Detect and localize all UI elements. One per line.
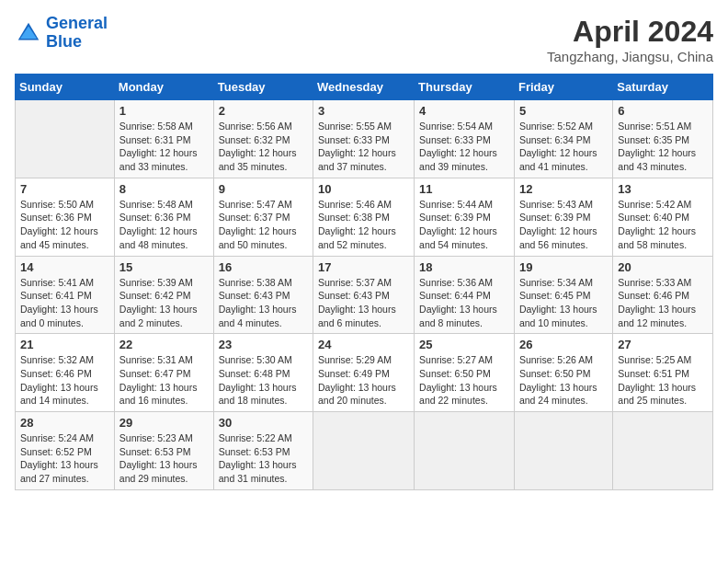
calendar-cell: 21Sunrise: 5:32 AM Sunset: 6:46 PM Dayli… (16, 334, 115, 412)
date-number: 11 (419, 182, 509, 196)
cell-info: Sunrise: 5:55 AM Sunset: 6:33 PM Dayligh… (318, 120, 409, 174)
date-number: 27 (618, 338, 708, 351)
cell-info: Sunrise: 5:48 AM Sunset: 6:36 PM Dayligh… (119, 198, 209, 252)
cell-info: Sunrise: 5:41 AM Sunset: 6:41 PM Dayligh… (20, 276, 109, 330)
date-number: 14 (20, 260, 109, 274)
cell-info: Sunrise: 5:56 AM Sunset: 6:32 PM Dayligh… (219, 120, 308, 174)
cell-info: Sunrise: 5:46 AM Sunset: 6:38 PM Dayligh… (318, 198, 409, 252)
calendar-cell (313, 412, 415, 490)
weekday-header-wednesday: Wednesday (313, 75, 415, 100)
date-number: 9 (219, 182, 308, 196)
cell-info: Sunrise: 5:44 AM Sunset: 6:39 PM Dayligh… (419, 198, 509, 252)
calendar-cell: 14Sunrise: 5:41 AM Sunset: 6:41 PM Dayli… (16, 256, 115, 334)
cell-info: Sunrise: 5:34 AM Sunset: 6:45 PM Dayligh… (519, 276, 608, 330)
cell-info: Sunrise: 5:30 AM Sunset: 6:48 PM Dayligh… (219, 353, 308, 408)
calendar-cell: 4Sunrise: 5:54 AM Sunset: 6:33 PM Daylig… (415, 100, 515, 178)
page-header: General Blue April 2024 Tangzhang, Jiang… (15, 15, 713, 64)
calendar-cell: 17Sunrise: 5:37 AM Sunset: 6:43 PM Dayli… (313, 256, 415, 334)
date-number: 18 (419, 260, 509, 274)
date-number: 20 (618, 260, 708, 274)
calendar-cell: 22Sunrise: 5:31 AM Sunset: 6:47 PM Dayli… (114, 334, 213, 412)
calendar-cell: 2Sunrise: 5:56 AM Sunset: 6:32 PM Daylig… (213, 100, 313, 178)
cell-info: Sunrise: 5:39 AM Sunset: 6:42 PM Dayligh… (119, 276, 209, 330)
calendar-cell: 1Sunrise: 5:58 AM Sunset: 6:31 PM Daylig… (114, 100, 213, 178)
date-number: 10 (318, 182, 409, 196)
calendar-cell: 20Sunrise: 5:33 AM Sunset: 6:46 PM Dayli… (613, 256, 713, 334)
calendar-cell: 24Sunrise: 5:29 AM Sunset: 6:49 PM Dayli… (313, 334, 415, 412)
cell-info: Sunrise: 5:22 AM Sunset: 6:53 PM Dayligh… (219, 431, 308, 486)
calendar-cell: 12Sunrise: 5:43 AM Sunset: 6:39 PM Dayli… (514, 178, 612, 256)
date-number: 28 (20, 416, 109, 430)
weekday-header-sunday: Sunday (16, 75, 115, 100)
date-number: 8 (119, 182, 209, 196)
calendar-cell: 29Sunrise: 5:23 AM Sunset: 6:53 PM Dayli… (114, 412, 213, 490)
calendar-cell (613, 412, 713, 490)
calendar-cell: 16Sunrise: 5:38 AM Sunset: 6:43 PM Dayli… (213, 256, 313, 334)
date-number: 4 (419, 104, 509, 118)
weekday-header-thursday: Thursday (415, 75, 515, 100)
calendar-cell: 3Sunrise: 5:55 AM Sunset: 6:33 PM Daylig… (313, 100, 415, 178)
cell-info: Sunrise: 5:54 AM Sunset: 6:33 PM Dayligh… (419, 120, 509, 174)
calendar-subtitle: Tangzhang, Jiangsu, China (547, 49, 713, 64)
calendar-cell: 7Sunrise: 5:50 AM Sunset: 6:36 PM Daylig… (16, 178, 115, 256)
cell-info: Sunrise: 5:36 AM Sunset: 6:44 PM Dayligh… (419, 276, 509, 330)
weekday-header-tuesday: Tuesday (213, 75, 313, 100)
calendar-cell: 5Sunrise: 5:52 AM Sunset: 6:34 PM Daylig… (514, 100, 612, 178)
calendar-cell: 19Sunrise: 5:34 AM Sunset: 6:45 PM Dayli… (514, 256, 612, 334)
logo: General Blue (15, 15, 108, 52)
date-number: 24 (318, 338, 409, 351)
cell-info: Sunrise: 5:47 AM Sunset: 6:37 PM Dayligh… (219, 198, 308, 252)
date-number: 7 (20, 182, 109, 196)
calendar-cell: 27Sunrise: 5:25 AM Sunset: 6:51 PM Dayli… (613, 334, 713, 412)
date-number: 5 (519, 104, 608, 118)
calendar-cell: 13Sunrise: 5:42 AM Sunset: 6:40 PM Dayli… (613, 178, 713, 256)
calendar-cell: 11Sunrise: 5:44 AM Sunset: 6:39 PM Dayli… (415, 178, 515, 256)
cell-info: Sunrise: 5:42 AM Sunset: 6:40 PM Dayligh… (618, 198, 708, 252)
calendar-cell: 10Sunrise: 5:46 AM Sunset: 6:38 PM Dayli… (313, 178, 415, 256)
date-number: 29 (119, 416, 209, 430)
cell-info: Sunrise: 5:29 AM Sunset: 6:49 PM Dayligh… (318, 353, 409, 408)
cell-info: Sunrise: 5:50 AM Sunset: 6:36 PM Dayligh… (20, 198, 109, 252)
cell-info: Sunrise: 5:32 AM Sunset: 6:46 PM Dayligh… (20, 353, 109, 408)
weekday-header-monday: Monday (114, 75, 213, 100)
title-block: April 2024 Tangzhang, Jiangsu, China (547, 15, 713, 64)
logo-icon (15, 19, 42, 47)
weekday-header-row: SundayMondayTuesdayWednesdayThursdayFrid… (16, 75, 713, 100)
calendar-table: SundayMondayTuesdayWednesdayThursdayFrid… (15, 74, 713, 490)
cell-info: Sunrise: 5:25 AM Sunset: 6:51 PM Dayligh… (618, 353, 708, 408)
date-number: 26 (519, 338, 608, 351)
calendar-cell: 18Sunrise: 5:36 AM Sunset: 6:44 PM Dayli… (415, 256, 515, 334)
calendar-week-4: 21Sunrise: 5:32 AM Sunset: 6:46 PM Dayli… (16, 334, 713, 412)
calendar-week-3: 14Sunrise: 5:41 AM Sunset: 6:41 PM Dayli… (16, 256, 713, 334)
cell-info: Sunrise: 5:52 AM Sunset: 6:34 PM Dayligh… (519, 120, 608, 174)
date-number: 6 (618, 104, 708, 118)
date-number: 19 (519, 260, 608, 274)
date-number: 22 (119, 338, 209, 351)
calendar-body: 1Sunrise: 5:58 AM Sunset: 6:31 PM Daylig… (16, 100, 713, 490)
calendar-cell: 26Sunrise: 5:26 AM Sunset: 6:50 PM Dayli… (514, 334, 612, 412)
calendar-cell: 15Sunrise: 5:39 AM Sunset: 6:42 PM Dayli… (114, 256, 213, 334)
cell-info: Sunrise: 5:37 AM Sunset: 6:43 PM Dayligh… (318, 276, 409, 330)
calendar-cell (16, 100, 115, 178)
calendar-cell: 23Sunrise: 5:30 AM Sunset: 6:48 PM Dayli… (213, 334, 313, 412)
date-number: 12 (519, 182, 608, 196)
calendar-week-5: 28Sunrise: 5:24 AM Sunset: 6:52 PM Dayli… (16, 412, 713, 490)
calendar-week-1: 1Sunrise: 5:58 AM Sunset: 6:31 PM Daylig… (16, 100, 713, 178)
cell-info: Sunrise: 5:33 AM Sunset: 6:46 PM Dayligh… (618, 276, 708, 330)
cell-info: Sunrise: 5:27 AM Sunset: 6:50 PM Dayligh… (419, 353, 509, 408)
calendar-cell (415, 412, 515, 490)
date-number: 3 (318, 104, 409, 118)
calendar-cell (514, 412, 612, 490)
date-number: 17 (318, 260, 409, 274)
cell-info: Sunrise: 5:38 AM Sunset: 6:43 PM Dayligh… (219, 276, 308, 330)
date-number: 21 (20, 338, 109, 351)
date-number: 30 (219, 416, 308, 430)
calendar-cell: 25Sunrise: 5:27 AM Sunset: 6:50 PM Dayli… (415, 334, 515, 412)
date-number: 16 (219, 260, 308, 274)
date-number: 2 (219, 104, 308, 118)
cell-info: Sunrise: 5:23 AM Sunset: 6:53 PM Dayligh… (119, 431, 209, 486)
date-number: 23 (219, 338, 308, 351)
cell-info: Sunrise: 5:51 AM Sunset: 6:35 PM Dayligh… (618, 120, 708, 174)
cell-info: Sunrise: 5:24 AM Sunset: 6:52 PM Dayligh… (20, 431, 109, 486)
weekday-header-friday: Friday (514, 75, 612, 100)
